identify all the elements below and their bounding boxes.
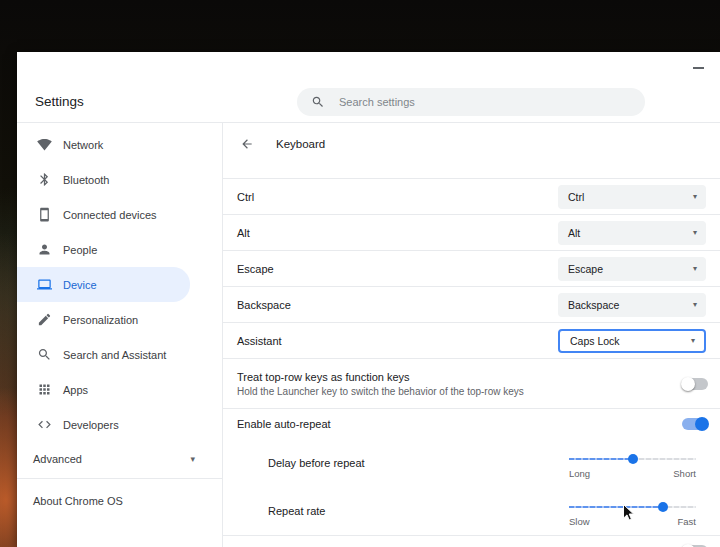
slider-min-label: Long xyxy=(569,468,590,479)
slider-track xyxy=(569,458,696,460)
next-row-partial xyxy=(223,536,720,547)
assistant-dropdown[interactable]: Caps Lock ▾ xyxy=(558,329,706,353)
sidebar-item-label: Bluetooth xyxy=(63,174,109,186)
dropdown-value: Alt xyxy=(568,227,580,239)
auto-repeat-label: Enable auto-repeat xyxy=(237,418,331,430)
settings-window: Settings Search settings Network Bluetoo… xyxy=(17,52,720,547)
function-keys-row: Treat top-row keys as function keys Hold… xyxy=(223,359,720,409)
apps-grid-icon xyxy=(37,382,52,397)
alt-dropdown[interactable]: Alt ▾ xyxy=(558,221,706,245)
slider-min-label: Slow xyxy=(569,516,590,527)
smartphone-icon xyxy=(37,207,52,222)
function-keys-sublabel: Hold the Launcher key to switch the beha… xyxy=(237,386,524,397)
auto-repeat-row: Enable auto-repeat xyxy=(223,409,720,439)
sidebar-item-label: Personalization xyxy=(63,314,138,326)
escape-dropdown[interactable]: Escape ▾ xyxy=(558,257,706,281)
dropdown-value: Backspace xyxy=(568,299,619,311)
sidebar-item-device[interactable]: Device xyxy=(17,267,190,302)
slider-thumb[interactable] xyxy=(658,502,668,512)
sidebar-item-label: Search and Assistant xyxy=(63,349,166,361)
chevron-down-icon: ▾ xyxy=(693,228,697,237)
key-row-assistant: Assistant Caps Lock ▾ xyxy=(223,323,720,359)
bluetooth-icon xyxy=(37,172,52,187)
ctrl-dropdown[interactable]: Ctrl ▾ xyxy=(558,185,706,209)
sidebar-item-connected-devices[interactable]: Connected devices xyxy=(17,197,222,232)
advanced-label: Advanced xyxy=(33,453,82,465)
chevron-down-icon: ▾ xyxy=(693,264,697,273)
slider-fill xyxy=(569,458,633,460)
search-icon xyxy=(37,347,52,362)
toggle-knob xyxy=(681,377,695,391)
app-title: Settings xyxy=(35,94,84,109)
delay-before-repeat-row: Delay before repeat Long Short xyxy=(223,439,720,487)
sidebar-item-label: Device xyxy=(63,279,97,291)
slider-label: Delay before repeat xyxy=(268,457,365,469)
dropdown-value: Escape xyxy=(568,263,603,275)
slider-track xyxy=(569,506,696,508)
key-row-alt: Alt Alt ▾ xyxy=(223,215,720,251)
slider-max-label: Short xyxy=(673,468,696,479)
dropdown-value: Ctrl xyxy=(568,191,584,203)
chevron-down-icon: ▾ xyxy=(691,336,695,345)
about-label: About Chrome OS xyxy=(33,495,123,507)
code-icon xyxy=(37,417,52,432)
key-label: Backspace xyxy=(237,299,291,311)
key-row-backspace: Backspace Backspace ▾ xyxy=(223,287,720,323)
sidebar-item-search-assistant[interactable]: Search and Assistant xyxy=(17,337,222,372)
toggle-knob xyxy=(695,417,709,431)
key-row-escape: Escape Escape ▾ xyxy=(223,251,720,287)
key-label: Alt xyxy=(237,227,250,239)
page-title: Keyboard xyxy=(276,138,325,150)
chevron-down-icon: ▾ xyxy=(190,454,195,464)
search-placeholder: Search settings xyxy=(339,96,415,108)
sidebar-item-advanced[interactable]: Advanced ▾ xyxy=(17,442,222,476)
slider-thumb[interactable] xyxy=(628,454,638,464)
sidebar: Network Bluetooth Connected devices Peop… xyxy=(17,123,222,547)
repeat-rate-slider[interactable]: Slow Fast xyxy=(569,506,696,527)
wifi-icon xyxy=(37,137,52,152)
function-keys-label: Treat top-row keys as function keys xyxy=(237,371,524,383)
keyboard-settings-panel: Keyboard Ctrl Ctrl ▾ Alt Alt ▾ xyxy=(222,123,720,547)
sidebar-item-label: Developers xyxy=(63,419,119,431)
key-label: Ctrl xyxy=(237,191,254,203)
sidebar-item-about-chrome-os[interactable]: About Chrome OS xyxy=(17,479,222,522)
chevron-down-icon: ▾ xyxy=(693,192,697,201)
person-icon xyxy=(37,242,52,257)
function-keys-toggle[interactable] xyxy=(682,378,708,390)
key-label: Escape xyxy=(237,263,274,275)
pencil-icon xyxy=(37,312,52,327)
key-label: Assistant xyxy=(237,335,282,347)
sidebar-item-developers[interactable]: Developers xyxy=(17,407,222,442)
sidebar-item-label: Apps xyxy=(63,384,88,396)
back-button[interactable] xyxy=(240,137,254,151)
auto-repeat-toggle[interactable] xyxy=(682,418,708,430)
dropdown-value: Caps Lock xyxy=(570,335,620,347)
search-icon xyxy=(311,95,325,109)
sidebar-item-personalization[interactable]: Personalization xyxy=(17,302,222,337)
chevron-down-icon: ▾ xyxy=(693,300,697,309)
sidebar-item-network[interactable]: Network xyxy=(17,127,222,162)
slider-label: Repeat rate xyxy=(268,505,325,517)
sidebar-item-apps[interactable]: Apps xyxy=(17,372,222,407)
sidebar-item-people[interactable]: People xyxy=(17,232,222,267)
sidebar-item-bluetooth[interactable]: Bluetooth xyxy=(17,162,222,197)
sidebar-item-label: People xyxy=(63,244,97,256)
delay-before-repeat-slider[interactable]: Long Short xyxy=(569,458,696,479)
sidebar-item-label: Connected devices xyxy=(63,209,157,221)
window-header: Settings Search settings xyxy=(17,52,720,123)
slider-max-label: Fast xyxy=(678,516,696,527)
laptop-icon xyxy=(37,277,52,292)
search-input[interactable]: Search settings xyxy=(297,88,645,116)
slider-fill xyxy=(569,506,663,508)
sidebar-item-label: Network xyxy=(63,139,103,151)
key-row-ctrl: Ctrl Ctrl ▾ xyxy=(223,179,720,215)
backspace-dropdown[interactable]: Backspace ▾ xyxy=(558,293,706,317)
repeat-rate-row: Repeat rate Slow Fast xyxy=(223,487,720,535)
